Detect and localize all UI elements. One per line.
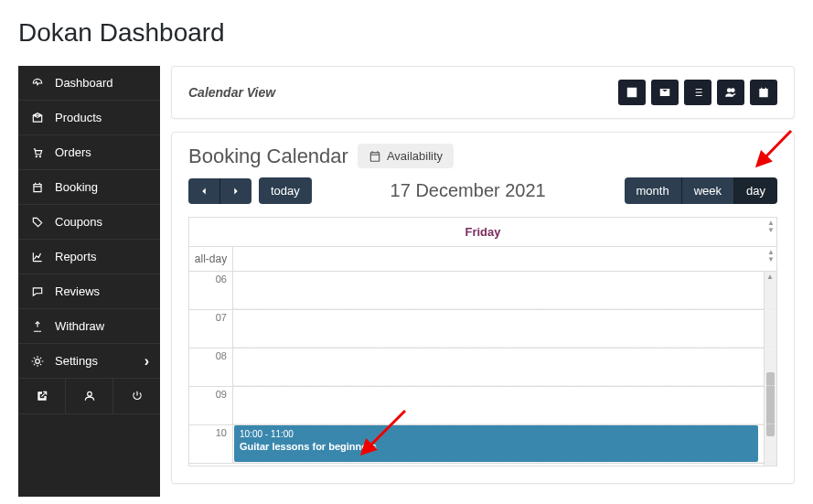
calendar-grid: Friday ▲▼ all-day ▲▼ ▲ 060708091010:00 -…	[188, 217, 777, 466]
list-icon	[691, 86, 704, 99]
calendar-icon	[757, 86, 770, 99]
sidebar: DashboardProductsOrdersBookingCouponsRep…	[18, 66, 160, 497]
dashboard-icon	[31, 77, 44, 90]
sidebar-item-label: Dashboard	[55, 76, 113, 90]
time-row-06[interactable]: 06	[189, 272, 776, 310]
edit-icon	[626, 86, 638, 99]
main-content: Calendar View Booking Calendar Availabil…	[171, 66, 795, 497]
calendar-icon	[31, 181, 44, 194]
view-day-button[interactable]: day	[734, 177, 777, 204]
sidebar-item-orders[interactable]: Orders	[18, 135, 160, 170]
chart-icon	[31, 251, 44, 263]
tag-icon	[31, 216, 44, 229]
users-action-button[interactable]	[717, 80, 744, 105]
upload-icon	[31, 320, 44, 333]
page-title: Dokan Dashboard	[0, 0, 813, 66]
view-week-button[interactable]: week	[682, 177, 734, 204]
availability-button[interactable]: Availability	[358, 144, 454, 168]
chevron-left-icon	[198, 185, 210, 198]
users-icon	[724, 86, 737, 99]
sidebar-item-label: Settings	[55, 354, 98, 368]
chevron-right-icon	[230, 185, 242, 198]
sidebar-item-label: Reports	[55, 250, 97, 263]
sidebar-item-label: Coupons	[55, 215, 102, 229]
gear-icon	[31, 355, 44, 368]
sidebar-item-dashboard[interactable]: Dashboard	[18, 66, 160, 101]
cart-icon	[31, 146, 44, 159]
panel-title: Calendar View	[188, 85, 275, 100]
calendar-heading: Booking Calendar	[188, 145, 348, 168]
time-label: 09	[189, 387, 233, 424]
time-row-09[interactable]: 09	[189, 387, 776, 425]
calendar-view-panel: Calendar View	[171, 66, 795, 119]
day-header: Friday ▲▼	[189, 218, 776, 247]
box-icon	[31, 112, 44, 124]
sidebar-item-label: Reviews	[55, 284, 100, 298]
sidebar-item-booking[interactable]: Booking	[18, 170, 160, 205]
availability-label: Availability	[387, 149, 443, 163]
user-icon	[83, 390, 96, 402]
edit-action-button[interactable]	[618, 80, 646, 105]
calendar-icon	[369, 150, 381, 163]
power-icon	[131, 390, 144, 402]
list-action-button[interactable]	[684, 80, 711, 105]
view-month-button[interactable]: month	[625, 177, 682, 204]
prev-button[interactable]	[188, 178, 220, 204]
power-button[interactable]	[113, 379, 160, 413]
sidebar-item-label: Products	[55, 111, 102, 124]
calendar-event[interactable]: 10:00 - 11:00Guitar lessons for beginner…	[234, 425, 758, 462]
time-label: 08	[189, 349, 233, 386]
sidebar-item-products[interactable]: Products	[18, 101, 160, 135]
time-row-07[interactable]: 07	[189, 310, 776, 349]
allday-label: all-day	[189, 247, 233, 271]
allday-body[interactable]	[233, 247, 776, 271]
time-row-08[interactable]: 08	[189, 349, 776, 387]
time-grid[interactable]: ▲ 060708091010:00 - 11:00Guitar lessons …	[189, 272, 776, 466]
sidebar-item-label: Withdraw	[55, 319, 104, 333]
mail-icon	[658, 86, 671, 99]
calendar-panel: Booking Calendar Availability today	[171, 132, 795, 484]
sidebar-item-reviews[interactable]: Reviews	[18, 274, 160, 309]
event-title: Guitar lessons for beginners	[240, 440, 753, 453]
comment-icon	[31, 285, 44, 298]
scroll-down-icon[interactable]: ▼	[765, 227, 776, 234]
sidebar-item-reports[interactable]: Reports	[18, 240, 160, 274]
time-label: 10	[189, 425, 233, 463]
scroll-down-icon[interactable]: ▼	[765, 256, 776, 263]
sidebar-item-label: Orders	[55, 145, 91, 159]
sidebar-item-settings[interactable]: Settings	[18, 344, 160, 379]
time-label: 06	[189, 272, 233, 309]
calendar-date-title: 17 December 2021	[390, 180, 546, 201]
external-icon	[36, 390, 48, 402]
today-button[interactable]: today	[259, 177, 312, 204]
next-button[interactable]	[220, 178, 251, 204]
allday-row: all-day ▲▼	[189, 247, 776, 272]
time-label: 07	[189, 310, 233, 348]
user-button[interactable]	[66, 379, 113, 413]
calendar-nav-buttons	[188, 178, 251, 204]
sidebar-item-label: Booking	[55, 180, 98, 194]
sidebar-item-coupons[interactable]: Coupons	[18, 205, 160, 240]
calendar-action-button[interactable]	[750, 80, 777, 105]
view-switcher: monthweekday	[625, 177, 777, 204]
external-button[interactable]	[18, 379, 66, 413]
panel-actions	[618, 80, 777, 105]
sidebar-item-withdraw[interactable]: Withdraw	[18, 309, 160, 344]
event-time: 10:00 - 11:00	[240, 428, 753, 440]
mail-action-button[interactable]	[651, 80, 679, 105]
